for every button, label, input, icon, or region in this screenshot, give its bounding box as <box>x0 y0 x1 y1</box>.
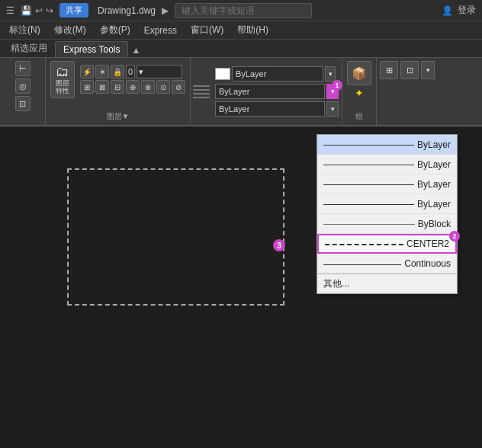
layer-icon-9[interactable]: ⊙ <box>156 80 170 94</box>
layer-properties-btn[interactable]: 🗂 图层 特性 <box>50 61 75 98</box>
dropdown-item-other[interactable]: 其他... <box>317 274 457 293</box>
window-controls[interactable]: ☰ 💾 ↩ ↪ <box>6 5 53 16</box>
linetype-dropdown-row: ByLayer ▾ 1 <box>215 84 339 99</box>
layer-icon-7[interactable]: ⊕ <box>126 80 140 94</box>
layer-icon-1[interactable]: ⚡ <box>80 65 94 78</box>
ribbon-tab-expand[interactable]: ▲ <box>131 45 140 56</box>
login-label[interactable]: 登录 <box>458 4 476 17</box>
tool-btn-3[interactable]: ⊡ <box>15 96 31 111</box>
dropdown-item-byblock[interactable]: ByBlock <box>317 214 457 234</box>
color-dropdown-arrow[interactable]: ▾ <box>325 66 336 82</box>
layer-number-input[interactable]: 0 <box>126 65 135 78</box>
badge-1: 1 <box>332 80 342 91</box>
right-tools: ⊞ ⊡ ▾ <box>377 58 482 125</box>
save-icon[interactable]: 💾 <box>21 5 32 16</box>
user-icon: 👤 <box>442 5 453 16</box>
title-arrow: ▶ <box>162 5 169 16</box>
dropdown-item-bylayer-2[interactable]: ByLayer <box>317 155 457 174</box>
linetype-dropdown-arrow[interactable]: ▾ 1 <box>326 84 339 99</box>
dropdown-item-center2[interactable]: CENTER2 2 <box>317 234 457 254</box>
color-swatch <box>215 68 230 80</box>
tab-express-tools[interactable]: Express Tools <box>55 41 128 57</box>
lineweight-dropdown[interactable]: ByLayer <box>215 101 325 117</box>
ribbon-tools-group: ⊢ ◎ ⊡ <box>0 58 46 125</box>
group-btn-1[interactable]: 📦 <box>347 61 371 85</box>
group-section: 📦 ✦ 组 <box>342 58 377 125</box>
undo-icon[interactable]: ↩ <box>35 5 43 16</box>
group-label: 组 <box>355 111 363 122</box>
linetype-section: ByLayer ▾ ByLayer ▾ 1 ByLayer <box>191 58 342 125</box>
right-tool-1[interactable]: ⊞ <box>380 61 398 79</box>
linetype-dropdown[interactable]: ByLayer <box>215 84 325 99</box>
tool-btn-2[interactable]: ◎ <box>15 78 31 94</box>
menu-annotation[interactable]: 标注(N) <box>3 22 47 38</box>
badge-2: 2 <box>449 231 460 242</box>
menu-modify[interactable]: 修改(M) <box>48 22 92 38</box>
menu-window[interactable]: 窗口(W) <box>185 22 230 38</box>
dropdown-item-bylayer-1[interactable]: ByLayer <box>317 135 457 155</box>
tool-btn-1[interactable]: ⊢ <box>15 61 31 76</box>
dropdown-item-continuous[interactable]: Continuous <box>317 254 457 274</box>
drawing-rectangle <box>67 168 284 306</box>
layer-name-dropdown[interactable]: ▾ <box>137 65 182 78</box>
layer-group-label: 图层▼ <box>50 111 185 122</box>
linetype-dropdown-menu: ByLayer ByLayer ByLayer ByLayer ByBlock … <box>317 134 458 294</box>
redo-icon[interactable]: ↪ <box>46 5 53 16</box>
title-bar: ☰ 💾 ↩ ↪ 共享 Drawing1.dwg ▶ 👤 登录 <box>0 0 482 21</box>
menu-help[interactable]: 帮助(H) <box>231 22 275 38</box>
star-icon: ✦ <box>355 87 364 99</box>
scroll-lines <box>191 58 212 125</box>
dropdown-item-bylayer-3[interactable]: ByLayer <box>317 174 457 194</box>
filename-label: Drawing1.dwg <box>98 5 156 16</box>
tab-selected-apps[interactable]: 精选应用 <box>3 40 55 57</box>
menu-icon[interactable]: ☰ <box>6 5 14 16</box>
layer-icon-3[interactable]: 🔒 <box>111 65 124 78</box>
color-dropdown-row: ByLayer ▾ <box>215 66 339 82</box>
layer-icon-10[interactable]: ⊘ <box>172 80 185 94</box>
layer-icon-8[interactable]: ⊗ <box>141 80 155 94</box>
ribbon-tabs: 精选应用 Express Tools ▲ <box>0 40 482 58</box>
share-button[interactable]: 共享 <box>59 3 88 18</box>
menu-express[interactable]: Express <box>138 24 183 37</box>
layer-icon-2[interactable]: ☀ <box>95 65 109 78</box>
right-expand-btn[interactable]: ▾ <box>421 61 435 79</box>
layer-icon-6[interactable]: ⊟ <box>111 80 124 94</box>
layer-icon-5[interactable]: ⊠ <box>95 80 109 94</box>
layer-icon-4[interactable]: ⊞ <box>80 80 94 94</box>
search-input[interactable] <box>175 3 312 18</box>
menu-bar: 标注(N) 修改(M) 参数(P) Express 窗口(W) 帮助(H) <box>0 21 482 40</box>
right-tool-2[interactable]: ⊡ <box>400 61 419 79</box>
color-dropdown[interactable]: ByLayer <box>232 66 323 82</box>
badge-3: 3 <box>273 239 285 251</box>
ribbon: ⊢ ◎ ⊡ 🗂 图层 特性 ⚡ ☀ 🔒 0 ▾ ⊞ <box>0 58 482 126</box>
dropdown-item-bylayer-4[interactable]: ByLayer <box>317 194 457 214</box>
user-area[interactable]: 👤 登录 <box>442 4 476 17</box>
menu-params[interactable]: 参数(P) <box>94 22 137 38</box>
lineweight-dropdown-row: ByLayer ▾ <box>215 101 339 117</box>
property-dropdowns: ByLayer ▾ ByLayer ▾ 1 ByLayer <box>212 58 342 125</box>
layer-group: 🗂 图层 特性 ⚡ ☀ 🔒 0 ▾ ⊞ ⊠ ⊟ ⊕ ⊗ ⊙ <box>46 58 191 125</box>
lineweight-dropdown-arrow[interactable]: ▾ <box>326 101 339 117</box>
